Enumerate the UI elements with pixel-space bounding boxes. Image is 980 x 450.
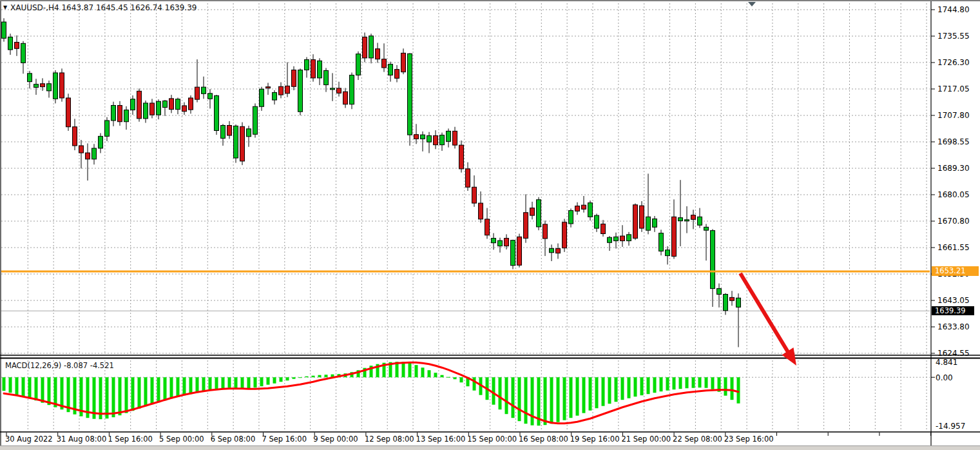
macd-histogram-bar [518,377,521,421]
time-tick-label: 5 Sep 00:00 [159,435,204,444]
macd-histogram-bar [119,377,122,415]
macd-histogram-bar [286,377,289,380]
macd-histogram-bar [228,377,231,388]
macd-histogram-bar [512,377,515,418]
macd-histogram-bar [112,377,115,417]
bear-candle-body [285,86,290,93]
macd-histogram-bar [608,377,611,404]
macd-histogram-bar [48,377,51,405]
macd-histogram-bar [260,377,264,386]
bear-candle-body [292,70,296,87]
chart-shift-marker-icon[interactable] [748,2,756,6]
bull-candle-body [215,95,219,130]
bull-candle-body [646,217,651,230]
hline-price-label[interactable]: 1653.21 [932,266,979,276]
bull-candle-body [47,84,52,91]
macd-histogram-bar [421,367,425,377]
bear-candle-body [434,135,438,144]
bid-price-label: 1639.39 [932,306,974,315]
macd-histogram-bar [125,377,128,413]
macd-histogram-bar [254,377,257,387]
bear-candle-body [556,249,561,253]
bull-candle-body [176,99,180,110]
price-tick-label: 1726.30 [937,58,970,67]
bear-candle-body [118,105,122,121]
macd-histogram-bar [164,377,167,400]
bull-candle-body [389,64,393,75]
time-tick-label: 15 Sep 00:00 [467,435,517,444]
bear-candle-body [479,203,483,219]
bull-candle-body [659,233,664,251]
macd-histogram-bar [647,377,650,394]
macd-histogram-bar [402,362,405,377]
price-tick-label: 1661.55 [937,243,970,252]
time-tick-label: 19 Sep 16:00 [570,435,620,444]
macd-histogram-bar [524,377,528,424]
chart-canvas[interactable] [0,0,980,450]
bear-candle-body [150,103,155,115]
macd-histogram-bar [711,377,715,389]
price-tick-label: 1680.05 [937,190,970,199]
bull-candle-body [440,135,445,145]
macd-histogram-bar [505,377,508,414]
bull-candle-body [221,126,226,139]
macd-histogram-bar [570,377,573,418]
bear-candle-body [343,92,348,104]
bull-candle-body [704,227,709,230]
bull-candle-body [595,215,599,228]
macd-histogram-bar [215,377,218,389]
macd-histogram-bar [222,377,225,389]
price-tick-label: 1633.80 [937,322,970,331]
time-tick-label: 22 Sep 08:00 [673,435,722,444]
bear-candle-body [517,237,522,265]
bull-candle-body [421,135,425,139]
bull-candle-body [99,136,103,148]
bull-candle-body [588,203,593,217]
macd-histogram-bar [724,377,727,396]
bull-candle-body [369,36,374,58]
bear-candle-body [459,145,464,169]
bear-candle-body [620,236,625,241]
bear-candle-body [169,99,174,110]
macd-histogram-bar [666,377,669,391]
bull-candle-body [124,110,129,122]
bull-candle-body [717,289,722,295]
macd-tick-label: -14.957 [936,422,965,431]
trend-arrow-shaft[interactable] [740,273,788,352]
bear-candle-body [79,146,84,153]
macd-histogram-bar [731,377,734,400]
macd-histogram-bar [660,377,663,391]
time-tick-label: 31 Aug 08:00 [57,435,107,444]
macd-histogram-bar [151,377,154,404]
bear-candle-body [466,169,470,187]
bear-candle-body [363,37,367,58]
bear-candle-body [189,98,193,110]
bull-candle-body [331,88,335,90]
bear-candle-body [60,73,64,98]
bear-candle-body [672,217,677,256]
bear-candle-body [182,106,187,112]
bull-candle-body [408,54,412,135]
macd-histogram-bar [241,377,244,389]
bear-candle-body [640,206,644,228]
time-tick-label: 6 Sep 08:00 [211,435,255,444]
macd-histogram-bar [189,377,193,394]
macd-histogram-bar [299,377,302,378]
macd-histogram-bar [653,377,657,393]
macd-histogram-bar [170,377,173,398]
time-tick-label: 13 Sep 16:00 [416,435,466,444]
macd-histogram-bar [312,376,315,378]
macd-histogram-bar [589,377,592,411]
bull-candle-body [34,84,39,88]
bear-candle-body [195,87,200,99]
time-tick-label: 12 Sep 08:00 [365,435,414,444]
chart-window: ▼ XAUUSD-,H4 1643.87 1645.45 1626.74 163… [0,0,980,450]
macd-histogram-bar [576,377,579,416]
macd-histogram-bar [280,377,283,382]
bear-candle-body [137,91,142,119]
symbol-dropdown-icon[interactable]: ▼ [3,3,7,12]
price-tick-label: 1707.80 [937,111,970,120]
macd-histogram-bar [582,377,586,413]
bull-candle-body [550,249,554,253]
bear-candle-body [311,60,316,78]
